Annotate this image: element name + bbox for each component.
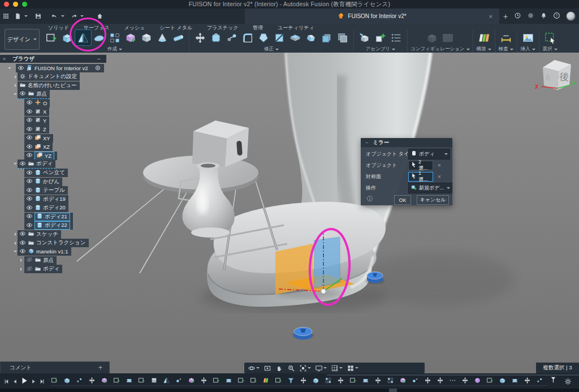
timeline-feature-pattern-icon[interactable] [387,376,394,386]
dialog-collapse-icon[interactable]: − [365,140,368,145]
chevron-collapsed-icon[interactable] [20,268,24,271]
job-status-icon[interactable] [514,11,521,21]
fillet-tool-icon[interactable] [240,30,256,45]
tree-row-ドキュメントの設定[interactable]: ドキュメントの設定 [0,72,113,81]
timeline-settings-gear-icon[interactable] [564,377,572,387]
tree-row-スケッチ[interactable]: スケッチ [0,230,113,239]
patch-tool-icon[interactable] [91,30,107,45]
cancel-button[interactable]: キャンセル [417,195,449,205]
timeline-feature-sketch-icon[interactable] [51,376,58,386]
app-launcher-icon[interactable] [0,11,12,22]
object-type-dropdown[interactable]: ボディ [408,149,450,160]
tree-row-Y[interactable]: Y [0,117,113,125]
tree-row-テーブル[interactable]: テーブル [0,186,113,195]
operation-dropdown[interactable]: 新規ボデ... [408,183,452,193]
timeline-feature-loft-icon[interactable] [126,376,133,386]
timeline-feature-sketch-icon[interactable] [138,376,145,386]
tree-row-X[interactable]: X [0,107,113,116]
playback-step-forward-button[interactable] [31,377,37,387]
slab-tool-icon[interactable] [287,30,303,45]
visibility-eye-icon[interactable] [19,89,26,99]
panel-dropdown[interactable]: 作成 [107,46,122,53]
timeline-feature-move-icon[interactable] [524,376,531,386]
joint-list-tool-icon[interactable] [388,30,404,45]
timeline-feature-extrude-icon[interactable] [63,376,71,386]
timeline-feature-sketch-icon[interactable] [349,376,357,386]
timeline-feature-sketch-icon[interactable] [213,376,220,386]
tree-row-XY[interactable]: XY [0,134,113,143]
panel-dropdown[interactable]: アセンブリ [366,46,396,53]
box-model[interactable] [192,120,249,167]
chevron-collapsed-icon[interactable] [20,259,24,262]
clear-selection-icon[interactable]: × [438,162,441,169]
timeline-feature-dots-icon[interactable] [449,376,456,386]
panel-dropdown[interactable]: 挿入 [521,46,535,53]
undo-icon[interactable] [49,11,61,22]
add-comment-button[interactable]: + [98,364,102,372]
sync-status-icon[interactable] [527,11,534,21]
timeline-feature-joint-icon[interactable] [175,376,183,386]
panel-dropdown[interactable]: 修正 [264,46,279,53]
save-icon[interactable] [32,11,44,22]
timeline-feature-cplane-icon[interactable] [262,376,270,386]
panel-dropdown[interactable]: 構築 [477,46,491,53]
construction-tool-icon[interactable] [476,30,492,45]
tree-row-ボディ19[interactable]: ボディ19 [0,195,113,204]
playback-skip-end-button[interactable] [39,377,45,387]
mirrored-body-1[interactable] [365,272,384,285]
clear-selection-icon[interactable]: × [438,174,441,180]
tree-row-XZ[interactable]: XZ [0,143,113,151]
select-tool-icon[interactable] [542,30,558,45]
tree-row-ボディ22[interactable]: ボディ22 [0,221,113,230]
config-cube-tool-icon[interactable] [424,30,440,45]
timeline-feature-points-icon[interactable] [536,376,543,386]
tree-row-ボディ20[interactable]: ボディ20 [0,204,113,212]
new-component-tool-icon[interactable] [373,30,388,45]
tree-row-ペン立て[interactable]: ペン立て [0,169,113,177]
timeline-feature-sketch-icon[interactable] [275,376,282,386]
help-icon[interactable]: ? [553,11,560,21]
timeline-feature-form-icon[interactable] [188,376,195,386]
timeline-feature-loft-icon[interactable] [225,376,232,386]
timeline-scroll-thumb[interactable] [389,389,397,392]
extrude-tool-icon[interactable] [59,30,75,45]
panel-dropdown[interactable]: コンフィギュレーション [411,46,470,53]
orbit-icon[interactable] [248,364,260,372]
objects-select-button[interactable]: 2 選... [408,161,433,170]
tree-row-FUISON for Interior v2[interactable]: FUISON for Interior v2 [0,64,113,72]
canvas-tool-icon[interactable] [520,30,536,45]
chevron-expanded-icon[interactable] [14,163,17,166]
timeline-feature-move-icon[interactable] [337,376,344,386]
press-pull-tool-icon[interactable] [208,30,224,45]
move-tool-icon[interactable] [192,30,208,45]
timeline-feature-sketch-icon[interactable] [113,376,120,386]
ok-button[interactable]: OK [394,195,411,205]
timeline-feature-pattern-icon[interactable] [325,376,332,386]
tilt-cube-tool-icon[interactable] [303,30,319,45]
mirror-plane-selected[interactable] [314,237,340,288]
box-tool-icon[interactable] [139,30,154,45]
config-table-tool-icon[interactable] [440,30,456,45]
home-icon[interactable] [94,11,106,22]
chevron-expanded-icon[interactable] [14,93,17,97]
tree-row-名前の付いたビュー[interactable]: 名前の付いたビュー [0,81,113,90]
view-cube[interactable]: 後 右 X Y [535,60,576,90]
activate-component-icon[interactable] [94,63,101,74]
zoom-icon[interactable] [287,364,295,372]
timeline-feature-sketch-icon[interactable] [237,376,245,386]
chamfer-tool-icon[interactable] [256,30,271,45]
measure-tool-icon[interactable] [498,30,514,45]
timeline-feature-sphere-icon[interactable] [474,376,481,386]
timeline-feature-joint-icon[interactable] [412,376,419,386]
document-tab[interactable]: FUISON for Interior v2* × [245,8,499,24]
playback-step-back-button[interactable] [12,377,18,387]
tree-row-YZ[interactable]: YZ [0,152,113,160]
notifications-icon[interactable] [540,11,547,21]
display-icon[interactable] [315,364,327,372]
pipe-tool-icon[interactable] [170,30,186,45]
visibility-off-icon[interactable] [26,264,33,274]
fit-icon[interactable] [299,364,311,372]
workspace-selector[interactable]: デザイン [5,29,40,50]
browser-minimize-icon[interactable]: − [97,55,101,62]
timeline-feature-sketch-icon[interactable] [250,376,257,386]
